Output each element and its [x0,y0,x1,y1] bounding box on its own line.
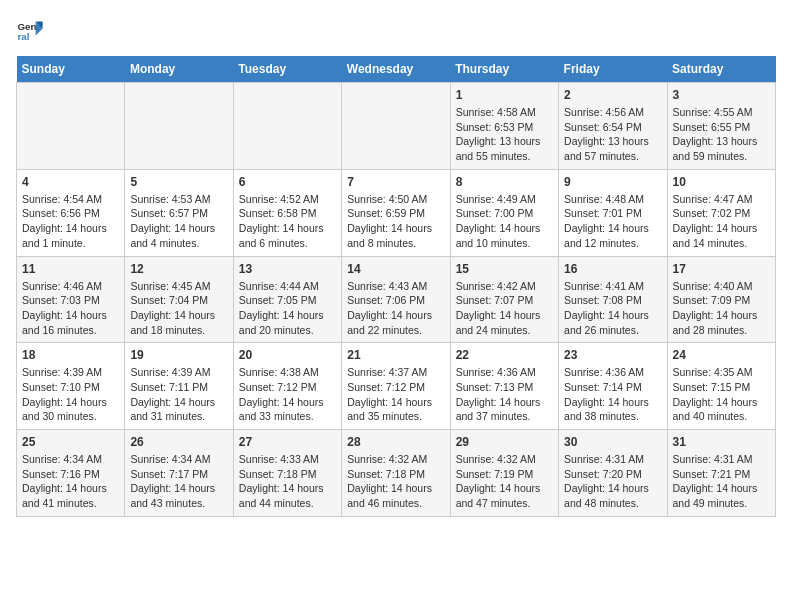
day-info: Sunrise: 4:42 AM Sunset: 7:07 PM Dayligh… [456,279,553,338]
calendar-cell-5-3: 27Sunrise: 4:33 AM Sunset: 7:18 PM Dayli… [233,430,341,517]
calendar-cell-5-5: 29Sunrise: 4:32 AM Sunset: 7:19 PM Dayli… [450,430,558,517]
day-info: Sunrise: 4:36 AM Sunset: 7:13 PM Dayligh… [456,365,553,424]
day-number: 14 [347,262,444,276]
day-info: Sunrise: 4:52 AM Sunset: 6:58 PM Dayligh… [239,192,336,251]
calendar-cell-3-1: 11Sunrise: 4:46 AM Sunset: 7:03 PM Dayli… [17,256,125,343]
calendar-cell-3-7: 17Sunrise: 4:40 AM Sunset: 7:09 PM Dayli… [667,256,775,343]
calendar-week-5: 25Sunrise: 4:34 AM Sunset: 7:16 PM Dayli… [17,430,776,517]
header: Gene ral [16,16,776,44]
weekday-header-thursday: Thursday [450,56,558,83]
calendar-cell-5-2: 26Sunrise: 4:34 AM Sunset: 7:17 PM Dayli… [125,430,233,517]
calendar-cell-1-2 [125,83,233,170]
day-number: 26 [130,435,227,449]
day-number: 1 [456,88,553,102]
day-number: 25 [22,435,119,449]
calendar-table: SundayMondayTuesdayWednesdayThursdayFrid… [16,56,776,517]
day-info: Sunrise: 4:35 AM Sunset: 7:15 PM Dayligh… [673,365,770,424]
calendar-cell-3-3: 13Sunrise: 4:44 AM Sunset: 7:05 PM Dayli… [233,256,341,343]
day-number: 28 [347,435,444,449]
weekday-header-sunday: Sunday [17,56,125,83]
weekday-header-friday: Friday [559,56,667,83]
day-number: 2 [564,88,661,102]
day-number: 21 [347,348,444,362]
day-number: 12 [130,262,227,276]
day-info: Sunrise: 4:33 AM Sunset: 7:18 PM Dayligh… [239,452,336,511]
day-info: Sunrise: 4:41 AM Sunset: 7:08 PM Dayligh… [564,279,661,338]
calendar-cell-4-1: 18Sunrise: 4:39 AM Sunset: 7:10 PM Dayli… [17,343,125,430]
day-info: Sunrise: 4:31 AM Sunset: 7:21 PM Dayligh… [673,452,770,511]
day-info: Sunrise: 4:37 AM Sunset: 7:12 PM Dayligh… [347,365,444,424]
calendar-cell-3-4: 14Sunrise: 4:43 AM Sunset: 7:06 PM Dayli… [342,256,450,343]
calendar-cell-5-1: 25Sunrise: 4:34 AM Sunset: 7:16 PM Dayli… [17,430,125,517]
day-info: Sunrise: 4:47 AM Sunset: 7:02 PM Dayligh… [673,192,770,251]
day-number: 16 [564,262,661,276]
day-number: 27 [239,435,336,449]
day-info: Sunrise: 4:54 AM Sunset: 6:56 PM Dayligh… [22,192,119,251]
calendar-week-2: 4Sunrise: 4:54 AM Sunset: 6:56 PM Daylig… [17,169,776,256]
day-number: 3 [673,88,770,102]
day-info: Sunrise: 4:34 AM Sunset: 7:17 PM Dayligh… [130,452,227,511]
calendar-cell-2-6: 9Sunrise: 4:48 AM Sunset: 7:01 PM Daylig… [559,169,667,256]
calendar-cell-2-4: 7Sunrise: 4:50 AM Sunset: 6:59 PM Daylig… [342,169,450,256]
calendar-cell-1-7: 3Sunrise: 4:55 AM Sunset: 6:55 PM Daylig… [667,83,775,170]
day-info: Sunrise: 4:36 AM Sunset: 7:14 PM Dayligh… [564,365,661,424]
calendar-body: 1Sunrise: 4:58 AM Sunset: 6:53 PM Daylig… [17,83,776,517]
calendar-cell-5-7: 31Sunrise: 4:31 AM Sunset: 7:21 PM Dayli… [667,430,775,517]
day-number: 6 [239,175,336,189]
day-number: 23 [564,348,661,362]
day-number: 8 [456,175,553,189]
calendar-week-4: 18Sunrise: 4:39 AM Sunset: 7:10 PM Dayli… [17,343,776,430]
day-number: 13 [239,262,336,276]
day-number: 17 [673,262,770,276]
calendar-cell-2-1: 4Sunrise: 4:54 AM Sunset: 6:56 PM Daylig… [17,169,125,256]
day-number: 7 [347,175,444,189]
day-info: Sunrise: 4:56 AM Sunset: 6:54 PM Dayligh… [564,105,661,164]
calendar-cell-4-4: 21Sunrise: 4:37 AM Sunset: 7:12 PM Dayli… [342,343,450,430]
day-info: Sunrise: 4:48 AM Sunset: 7:01 PM Dayligh… [564,192,661,251]
day-number: 22 [456,348,553,362]
calendar-cell-2-5: 8Sunrise: 4:49 AM Sunset: 7:00 PM Daylig… [450,169,558,256]
day-number: 30 [564,435,661,449]
calendar-cell-3-6: 16Sunrise: 4:41 AM Sunset: 7:08 PM Dayli… [559,256,667,343]
day-number: 20 [239,348,336,362]
day-number: 5 [130,175,227,189]
day-info: Sunrise: 4:43 AM Sunset: 7:06 PM Dayligh… [347,279,444,338]
calendar-cell-2-7: 10Sunrise: 4:47 AM Sunset: 7:02 PM Dayli… [667,169,775,256]
weekday-header-saturday: Saturday [667,56,775,83]
weekday-header-tuesday: Tuesday [233,56,341,83]
calendar-cell-4-2: 19Sunrise: 4:39 AM Sunset: 7:11 PM Dayli… [125,343,233,430]
svg-text:ral: ral [17,31,29,42]
day-info: Sunrise: 4:40 AM Sunset: 7:09 PM Dayligh… [673,279,770,338]
day-info: Sunrise: 4:53 AM Sunset: 6:57 PM Dayligh… [130,192,227,251]
weekday-header-monday: Monday [125,56,233,83]
day-info: Sunrise: 4:34 AM Sunset: 7:16 PM Dayligh… [22,452,119,511]
day-info: Sunrise: 4:49 AM Sunset: 7:00 PM Dayligh… [456,192,553,251]
calendar-week-3: 11Sunrise: 4:46 AM Sunset: 7:03 PM Dayli… [17,256,776,343]
day-number: 29 [456,435,553,449]
calendar-cell-1-6: 2Sunrise: 4:56 AM Sunset: 6:54 PM Daylig… [559,83,667,170]
day-number: 31 [673,435,770,449]
weekday-header-wednesday: Wednesday [342,56,450,83]
day-info: Sunrise: 4:39 AM Sunset: 7:11 PM Dayligh… [130,365,227,424]
calendar-week-1: 1Sunrise: 4:58 AM Sunset: 6:53 PM Daylig… [17,83,776,170]
day-info: Sunrise: 4:50 AM Sunset: 6:59 PM Dayligh… [347,192,444,251]
day-info: Sunrise: 4:58 AM Sunset: 6:53 PM Dayligh… [456,105,553,164]
day-number: 9 [564,175,661,189]
calendar-cell-1-3 [233,83,341,170]
logo: Gene ral [16,16,48,44]
day-number: 4 [22,175,119,189]
weekday-header-row: SundayMondayTuesdayWednesdayThursdayFrid… [17,56,776,83]
day-info: Sunrise: 4:32 AM Sunset: 7:18 PM Dayligh… [347,452,444,511]
day-info: Sunrise: 4:55 AM Sunset: 6:55 PM Dayligh… [673,105,770,164]
calendar-cell-5-6: 30Sunrise: 4:31 AM Sunset: 7:20 PM Dayli… [559,430,667,517]
calendar-cell-3-5: 15Sunrise: 4:42 AM Sunset: 7:07 PM Dayli… [450,256,558,343]
day-number: 24 [673,348,770,362]
calendar-cell-2-3: 6Sunrise: 4:52 AM Sunset: 6:58 PM Daylig… [233,169,341,256]
calendar-cell-1-1 [17,83,125,170]
calendar-cell-3-2: 12Sunrise: 4:45 AM Sunset: 7:04 PM Dayli… [125,256,233,343]
day-info: Sunrise: 4:32 AM Sunset: 7:19 PM Dayligh… [456,452,553,511]
day-info: Sunrise: 4:31 AM Sunset: 7:20 PM Dayligh… [564,452,661,511]
day-number: 11 [22,262,119,276]
day-number: 19 [130,348,227,362]
calendar-cell-4-7: 24Sunrise: 4:35 AM Sunset: 7:15 PM Dayli… [667,343,775,430]
